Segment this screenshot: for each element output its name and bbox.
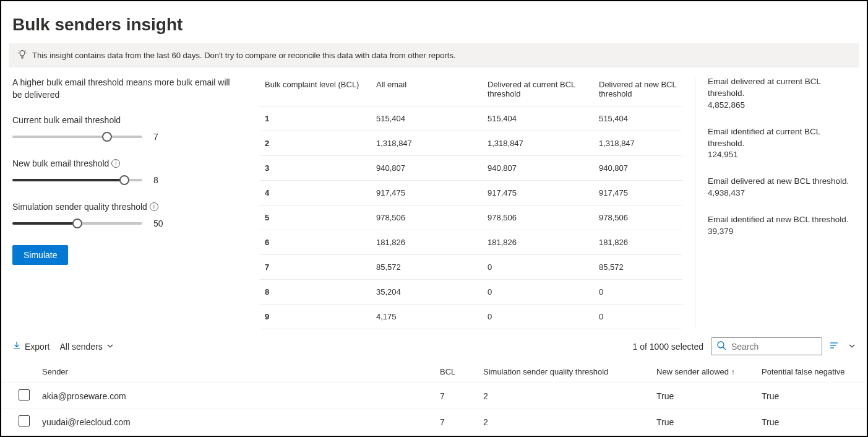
- bcl-table: Bulk complaint level (BCL) All email Del…: [260, 76, 682, 329]
- sender-table: Sender BCL Simulation sender quality thr…: [1, 361, 867, 435]
- table-row[interactable]: yuudai@relecloud.com72TrueTrue: [1, 409, 867, 435]
- table-row[interactable]: akia@proseware.com72TrueTrue: [1, 383, 867, 409]
- slider-new-threshold: New bulk email threshold i 8: [12, 158, 230, 186]
- col-header-new[interactable]: Delivered at new BCL threshold: [594, 76, 682, 106]
- cell-new: 978,506: [594, 206, 682, 230]
- table-row[interactable]: 3940,807940,807940,807: [260, 156, 682, 181]
- list-settings-icon[interactable]: [830, 341, 841, 352]
- cell-current: 0: [483, 280, 594, 305]
- cell-current: 940,807: [483, 156, 594, 181]
- table-row[interactable]: 4917,475917,475917,475: [260, 181, 682, 206]
- cell-current: 515,404: [483, 106, 594, 131]
- slider-value: 8: [153, 175, 158, 185]
- cell-sqt: 2: [477, 409, 650, 435]
- row-checkbox[interactable]: [19, 389, 30, 400]
- cell-bcl: 5: [260, 206, 371, 230]
- filter-dropdown[interactable]: All senders: [59, 342, 113, 352]
- table-row[interactable]: 6181,826181,826181,826: [260, 230, 682, 255]
- cell-allowed: True: [650, 409, 755, 435]
- table-row[interactable]: 94,17500: [260, 305, 682, 329]
- cell-all: 4,175: [371, 305, 483, 329]
- stat-identified-new: Email identified at new BCL threshold. 3…: [708, 214, 856, 238]
- download-icon: [12, 341, 21, 352]
- sender-toolbar: Export All senders 1 of 1000 selected: [1, 334, 867, 358]
- cell-current: 181,826: [483, 230, 594, 255]
- cell-current: 978,506: [483, 206, 594, 230]
- slider-label: New bulk email threshold: [12, 158, 109, 168]
- col-header-sender[interactable]: Sender: [36, 361, 434, 383]
- chevron-down-icon: [106, 342, 114, 352]
- cell-potential: True: [755, 383, 867, 409]
- search-box[interactable]: [711, 337, 822, 355]
- info-icon[interactable]: i: [111, 159, 120, 168]
- col-header-current[interactable]: Delivered at current BCL threshold: [483, 76, 594, 106]
- table-row[interactable]: 5978,506978,506978,506: [260, 206, 682, 230]
- cell-bcl: 7: [434, 383, 477, 409]
- sort-ascending-icon: ↑: [731, 368, 735, 376]
- stats-pane: Email delivered at current BCL threshold…: [695, 76, 856, 329]
- new-threshold-slider[interactable]: [12, 175, 142, 186]
- simulate-button[interactable]: Simulate: [12, 245, 68, 265]
- cell-bcl: 7: [260, 255, 371, 280]
- page-title: Bulk senders insight: [1, 1, 867, 43]
- cell-all: 940,807: [371, 156, 483, 181]
- search-input[interactable]: [731, 342, 817, 352]
- cell-new: 917,475: [594, 181, 682, 206]
- description-text: A higher bulk email threshold means more…: [12, 76, 230, 115]
- col-header-sqt[interactable]: Simulation sender quality threshold: [477, 361, 650, 383]
- cell-check: [1, 383, 36, 409]
- cell-potential: True: [755, 409, 867, 435]
- col-header-bcl[interactable]: Bulk complaint level (BCL): [260, 76, 371, 106]
- svg-line-5: [25, 51, 26, 51]
- cell-check: [1, 409, 36, 435]
- cell-new: 940,807: [594, 156, 682, 181]
- table-row[interactable]: 785,572085,572: [260, 255, 682, 280]
- col-header-all[interactable]: All email: [371, 76, 483, 106]
- cell-bcl: 1: [260, 106, 371, 131]
- cell-new: 85,572: [594, 255, 682, 280]
- cell-bcl: 3: [260, 156, 371, 181]
- info-icon[interactable]: i: [150, 202, 158, 211]
- table-row[interactable]: 21,318,8471,318,8471,318,847: [260, 131, 682, 156]
- current-threshold-slider[interactable]: [12, 131, 142, 142]
- cell-all: 515,404: [371, 106, 483, 131]
- lightbulb-icon: [17, 50, 27, 61]
- stat-identified-current: Email identified at current BCL threshol…: [708, 126, 856, 162]
- cell-current: 0: [483, 305, 594, 329]
- svg-point-6: [718, 342, 724, 348]
- stat-delivered-new: Email delivered at new BCL threshold. 4,…: [708, 176, 856, 199]
- slider-label: Current bulk email threshold: [12, 115, 230, 125]
- cell-new: 1,318,847: [594, 131, 682, 156]
- cell-bcl: 8: [260, 280, 371, 305]
- slider-current-threshold: Current bulk email threshold 7: [12, 115, 230, 142]
- cell-new: 181,826: [594, 230, 682, 255]
- slider-quality-threshold: Simulation sender quality threshold i 50: [12, 202, 230, 229]
- cell-bcl: 4: [260, 181, 371, 206]
- cell-allowed: True: [650, 383, 755, 409]
- slider-value: 50: [153, 218, 163, 228]
- col-header-bcl[interactable]: BCL: [434, 361, 477, 383]
- selection-count: 1 of 1000 selected: [633, 342, 703, 352]
- col-header-checkbox: [1, 361, 36, 383]
- slider-label: Simulation sender quality threshold: [12, 202, 147, 212]
- quality-threshold-slider[interactable]: [12, 218, 142, 229]
- cell-all: 35,204: [371, 280, 483, 305]
- export-button[interactable]: Export: [12, 341, 49, 352]
- cell-new: 515,404: [594, 106, 682, 131]
- info-bar-text: This insight contains data from the last…: [32, 51, 456, 60]
- chevron-down-icon[interactable]: [848, 342, 856, 352]
- cell-current: 0: [483, 255, 594, 280]
- row-checkbox[interactable]: [19, 415, 30, 426]
- stat-delivered-current: Email delivered at current BCL threshold…: [708, 76, 856, 111]
- cell-bcl: 6: [260, 230, 371, 255]
- cell-all: 978,506: [371, 206, 483, 230]
- col-header-allowed[interactable]: New sender allowed ↑: [650, 361, 755, 383]
- table-row[interactable]: 1515,404515,404515,404: [260, 106, 682, 131]
- info-bar: This insight contains data from the last…: [9, 43, 859, 67]
- col-header-potential[interactable]: Potential false negative: [755, 361, 867, 383]
- table-row[interactable]: 835,20400: [260, 280, 682, 305]
- cell-all: 181,826: [371, 230, 483, 255]
- cell-bcl: 2: [260, 131, 371, 156]
- search-icon: [716, 340, 726, 352]
- cell-new: 0: [594, 305, 682, 329]
